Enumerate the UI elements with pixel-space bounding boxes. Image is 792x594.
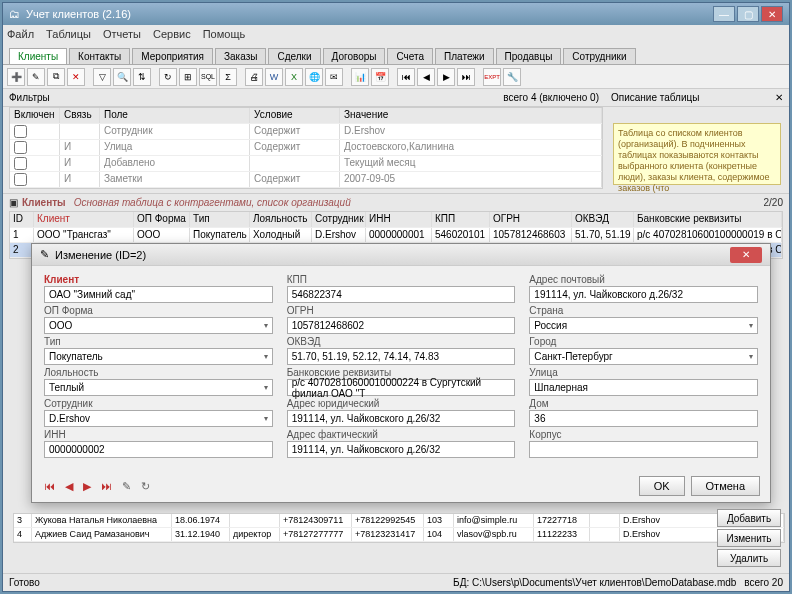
gh-ogrn[interactable]: ОГРН — [490, 212, 572, 227]
tab-contacts[interactable]: Контакты — [69, 48, 130, 64]
input-house[interactable]: 36 — [529, 410, 758, 427]
input-ogrn[interactable]: 1057812468602 — [287, 317, 516, 334]
tb-chart-icon[interactable]: 📊 — [351, 68, 369, 86]
select-opf[interactable]: ООО — [44, 317, 273, 334]
tb-export-icon[interactable]: EXPT — [483, 68, 501, 86]
gh-id[interactable]: ID — [10, 212, 34, 227]
fh-op[interactable]: Условие — [250, 108, 340, 123]
nav-refresh-icon[interactable]: ↻ — [139, 480, 152, 493]
minimize-button[interactable]: — — [713, 6, 735, 22]
tb-first-icon[interactable]: ⏮ — [397, 68, 415, 86]
tb-refresh-icon[interactable]: ↻ — [159, 68, 177, 86]
filter-check-2[interactable] — [14, 157, 27, 170]
nav-last-icon[interactable]: ⏭ — [99, 480, 114, 492]
input-addr-jur[interactable]: 191114, ул. Чайковского д.26/32 — [287, 410, 516, 427]
tb-find-icon[interactable]: 🔍 — [113, 68, 131, 86]
fh-cond[interactable]: Связь — [60, 108, 100, 123]
table-row[interactable]: 1 ООО "Трансгаз" ООО Покупатель Холодный… — [10, 228, 782, 243]
select-country[interactable]: Россия — [529, 317, 758, 334]
tab-sellers[interactable]: Продавцы — [496, 48, 562, 64]
menu-tables[interactable]: Таблицы — [46, 28, 91, 40]
tb-new-icon[interactable]: ➕ — [7, 68, 25, 86]
input-bank[interactable]: р/с 40702810600010000224 в Сургутский фи… — [287, 379, 516, 396]
lbl-addr-post: Адрес почтовый — [529, 274, 758, 285]
fh-val[interactable]: Значение — [340, 108, 602, 123]
tb-sum-icon[interactable]: Σ — [219, 68, 237, 86]
tb-delete-icon[interactable]: ✕ — [67, 68, 85, 86]
menu-reports[interactable]: Отчеты — [103, 28, 141, 40]
select-city[interactable]: Санкт-Петербург — [529, 348, 758, 365]
tab-events[interactable]: Мероприятия — [132, 48, 213, 64]
input-street[interactable]: Шпалерная — [529, 379, 758, 396]
ok-button[interactable]: OK — [639, 476, 685, 496]
tab-deals[interactable]: Сделки — [268, 48, 320, 64]
fh-enabled[interactable]: Включен — [10, 108, 60, 123]
contact-row[interactable]: 4 Аджиев Саид Рамазанович 31.12.1940 дир… — [14, 528, 784, 542]
close-button[interactable]: ✕ — [761, 6, 783, 22]
filter-check-1[interactable] — [14, 141, 27, 154]
gh-bank[interactable]: Банковские реквизиты — [634, 212, 782, 227]
filter-check-3[interactable] — [14, 173, 27, 186]
tb-last-icon[interactable]: ⏭ — [457, 68, 475, 86]
tab-employees[interactable]: Сотрудники — [563, 48, 635, 64]
tb-excel-icon[interactable]: X — [285, 68, 303, 86]
nav-first-icon[interactable]: ⏮ — [42, 480, 57, 492]
tab-invoices[interactable]: Счета — [387, 48, 433, 64]
delete-button[interactable]: Удалить — [717, 549, 781, 567]
input-kpp[interactable]: 546822374 — [287, 286, 516, 303]
input-inn[interactable]: 0000000002 — [44, 441, 273, 458]
input-korpus[interactable] — [529, 441, 758, 458]
edit-button[interactable]: Изменить — [717, 529, 781, 547]
maximize-button[interactable]: ▢ — [737, 6, 759, 22]
add-button[interactable]: Добавить — [717, 509, 781, 527]
gh-type[interactable]: Тип — [190, 212, 250, 227]
tb-print-icon[interactable]: 🖨 — [245, 68, 263, 86]
nav-next-icon[interactable]: ▶ — [81, 480, 93, 493]
tb-copy-icon[interactable]: ⧉ — [47, 68, 65, 86]
tab-clients[interactable]: Клиенты — [9, 48, 67, 64]
filter-check-0[interactable] — [14, 125, 27, 138]
tb-cal-icon[interactable]: 📅 — [371, 68, 389, 86]
fh-field[interactable]: Поле — [100, 108, 250, 123]
tb-prev-icon[interactable]: ◀ — [417, 68, 435, 86]
select-emp[interactable]: D.Ershov — [44, 410, 273, 427]
tab-payments[interactable]: Платежи — [435, 48, 494, 64]
gh-inn[interactable]: ИНН — [366, 212, 432, 227]
menu-service[interactable]: Сервис — [153, 28, 191, 40]
lbl-inn: ИНН — [44, 429, 273, 440]
tab-contracts[interactable]: Договоры — [323, 48, 386, 64]
lbl-city: Город — [529, 336, 758, 347]
dialog-close-button[interactable]: ✕ — [730, 247, 762, 263]
menu-help[interactable]: Помощь — [203, 28, 246, 40]
gh-loyal[interactable]: Лояльность — [250, 212, 312, 227]
gh-okved[interactable]: ОКВЭД — [572, 212, 634, 227]
gh-kpp[interactable]: КПП — [432, 212, 490, 227]
filter-close-icon[interactable]: ✕ — [775, 92, 783, 103]
tb-tree-icon[interactable]: ⊞ — [179, 68, 197, 86]
tb-mail-icon[interactable]: ✉ — [325, 68, 343, 86]
gh-client[interactable]: Клиент — [34, 212, 134, 227]
grid-expand-icon[interactable]: ▣ — [9, 197, 18, 208]
tb-word-icon[interactable]: W — [265, 68, 283, 86]
tb-edit-icon[interactable]: ✎ — [27, 68, 45, 86]
input-addr-fact[interactable]: 191114, ул. Чайковского д.26/32 — [287, 441, 516, 458]
tb-next-icon[interactable]: ▶ — [437, 68, 455, 86]
nav-edit-icon[interactable]: ✎ — [120, 480, 133, 493]
nav-prev-icon[interactable]: ◀ — [63, 480, 75, 493]
input-okved[interactable]: 51.70, 51.19, 52.12, 74.14, 74.83 — [287, 348, 516, 365]
select-type[interactable]: Покупатель — [44, 348, 273, 365]
cancel-button[interactable]: Отмена — [691, 476, 760, 496]
contact-row[interactable]: 3 Жукова Наталья Николаевна 18.06.1974 +… — [14, 514, 784, 528]
tb-sql-icon[interactable]: SQL — [199, 68, 217, 86]
tb-html-icon[interactable]: 🌐 — [305, 68, 323, 86]
gh-emp[interactable]: Сотрудник — [312, 212, 366, 227]
select-loyal[interactable]: Теплый — [44, 379, 273, 396]
tb-tool-icon[interactable]: 🔧 — [503, 68, 521, 86]
tb-sort-icon[interactable]: ⇅ — [133, 68, 151, 86]
tab-orders[interactable]: Заказы — [215, 48, 266, 64]
menu-file[interactable]: Файл — [7, 28, 34, 40]
input-client[interactable]: ОАО "Зимний сад" — [44, 286, 273, 303]
gh-opf[interactable]: ОП Форма — [134, 212, 190, 227]
input-addr-post[interactable]: 191114, ул. Чайковского д.26/32 — [529, 286, 758, 303]
tb-filter-icon[interactable]: ▽ — [93, 68, 111, 86]
